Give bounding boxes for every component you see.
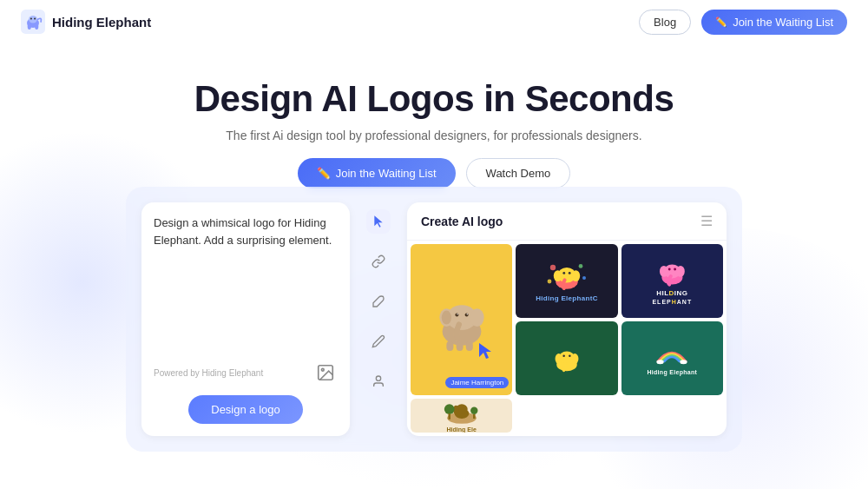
logo-cell-pink: HILDING ELEPHANT [621,244,723,318]
svg-point-10 [376,376,380,380]
colorful-elephant-svg [546,261,588,292]
user-tool[interactable] [366,369,391,393]
logo-cell-rainbow: Hiding Elephant [621,321,723,395]
svg-point-18 [457,314,457,314]
hid-logo-text: HILDING [656,289,687,297]
logo-cell-light: Hiding Ele [411,399,512,433]
image-upload-icon[interactable] [313,360,338,385]
svg-point-54 [470,407,477,414]
svg-point-33 [569,271,571,274]
left-panel-footer: Powered by Hiding Elephant [154,360,338,385]
logo-cell-green [516,321,617,395]
svg-point-36 [660,266,668,277]
menu-icon[interactable]: ☰ [700,213,713,229]
pencil-icon: ✏️ [715,17,727,28]
svg-point-8 [321,368,324,371]
svg-point-37 [677,266,686,277]
svg-rect-21 [456,341,463,351]
featured-logo-cell: Jaime Harrington [411,244,512,395]
hero-buttons: ✏️ Join the Waiting List Watch Demo [298,158,571,188]
svg-point-27 [579,264,583,268]
svg-point-3 [35,23,38,30]
svg-point-42 [556,354,562,364]
svg-point-17 [464,313,468,316]
svg-point-38 [668,268,671,270]
left-panel: Design a whimsical logo for Hiding Eleph… [141,202,350,436]
svg-point-26 [550,264,556,269]
logo-area: Hiding Elephant [21,10,151,34]
hero-title: Design AI Logos in Seconds [194,78,674,120]
elephant-text: ELEPHANT [652,299,692,305]
svg-point-43 [571,354,578,364]
link-tool[interactable] [366,249,391,274]
pencil-icon-hero: ✏️ [317,167,331,180]
pink-elephant-svg [653,258,691,287]
svg-marker-9 [374,215,382,227]
svg-point-2 [28,23,31,30]
logo-label-tr1: Hiding ElephantC [536,294,597,302]
pen-tool[interactable] [366,329,391,354]
svg-point-31 [572,270,581,281]
hero-section: Design AI Logos in Seconds The first Ai … [0,43,868,188]
header-nav: Blog ✏️ Join the Waiting List [639,10,847,35]
light-elephant-svg [444,399,480,425]
name-badge: Jaime Harrington [445,377,509,388]
brand-name: Hiding Elephant [52,15,151,30]
svg-rect-22 [465,341,472,351]
svg-point-6 [34,17,36,19]
header-waiting-list-button[interactable]: ✏️ Join the Waiting List [701,10,847,35]
hiding-elephant-label: Hiding Elephant [647,369,697,375]
right-panel-header: Create AI logo ☰ [407,202,727,241]
svg-point-47 [681,360,687,364]
svg-point-32 [562,271,565,274]
svg-point-28 [582,276,586,280]
svg-point-16 [455,313,458,316]
svg-rect-55 [473,414,476,419]
svg-point-44 [562,354,565,357]
logo-grid: Jaime Harrington [407,241,727,436]
svg-point-52 [444,404,454,414]
svg-point-15 [441,311,450,325]
blog-button[interactable]: Blog [639,10,691,35]
logo-cell-colorful: Hiding ElephantC [516,244,617,318]
svg-point-45 [569,354,571,357]
hiding-ele-label: Hiding Ele [447,426,477,433]
svg-point-5 [30,17,32,19]
cursor-tool[interactable] [366,209,391,234]
demo-card: Design a whimsical logo for Hiding Eleph… [126,187,742,452]
svg-marker-23 [479,343,491,359]
hero-join-button[interactable]: ✏️ Join the Waiting List [298,158,456,188]
design-logo-button[interactable]: Design a logo [188,395,303,424]
svg-point-29 [548,279,552,283]
cursor-indicator [477,341,493,364]
header: Hiding Elephant Blog ✏️ Join the Waiting… [0,0,868,43]
rainbow-svg [654,341,690,367]
brush-tool[interactable] [366,289,391,314]
svg-rect-20 [446,341,453,351]
create-logo-title: Create AI logo [421,215,503,228]
hero-demo-button[interactable]: Watch Demo [466,158,571,188]
svg-point-39 [674,268,676,270]
middle-toolbar [362,202,395,436]
right-panel: Create AI logo ☰ [407,202,727,436]
svg-point-46 [657,360,664,364]
prompt-text: Design a whimsical logo for Hiding Eleph… [154,215,338,248]
brand-logo-icon [21,10,45,34]
hero-subtitle: The first Ai design tool by professional… [226,129,641,142]
svg-point-30 [554,270,562,281]
svg-rect-53 [448,413,450,420]
powered-by-text: Powered by Hiding Elephant [154,368,263,378]
green-elephant-svg [549,344,585,373]
svg-point-14 [470,308,483,327]
svg-point-4 [29,16,37,23]
svg-point-19 [466,314,467,314]
